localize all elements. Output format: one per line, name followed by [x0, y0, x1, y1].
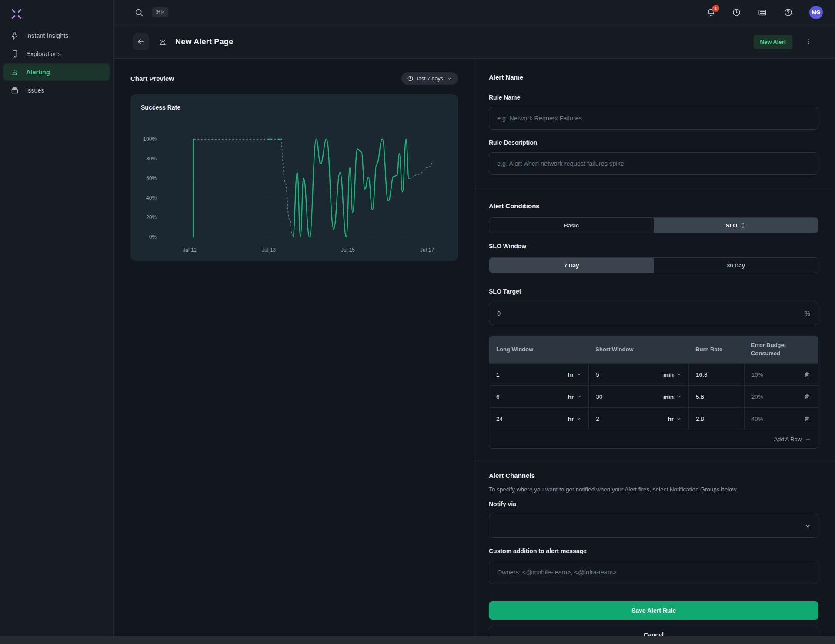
sidebar-item-instant-insights[interactable]: Instant Insights — [3, 27, 110, 44]
plus-icon — [805, 436, 811, 442]
chevron-down-icon — [805, 523, 811, 529]
save-alert-rule-button[interactable]: Save Alert Rule — [489, 601, 818, 620]
tab-7-day[interactable]: 7 Day — [489, 258, 654, 273]
notify-via-label: Notify via — [489, 501, 818, 507]
chevron-down-icon — [576, 394, 581, 399]
svg-text:Jul 11: Jul 11 — [183, 247, 196, 253]
chart-preview-title: Chart Preview — [130, 75, 174, 82]
svg-text:0%: 0% — [149, 234, 157, 240]
custom-addition-input[interactable] — [489, 561, 818, 584]
slo-window-label: SLO Window — [489, 243, 818, 250]
long-window-unit-dropdown[interactable]: hr — [568, 371, 582, 378]
burn-rate-table: Long WindowShort WindowBurn RateError Bu… — [489, 336, 818, 449]
alert-form-panel: Alert Name Rule Name Rule Description Al… — [474, 59, 835, 636]
sidebar-nav: Instant InsightsExplorationsAlertingIssu… — [0, 27, 113, 99]
delete-row-icon[interactable] — [803, 393, 811, 401]
table-row: 24hr 2hr 2.840% — [489, 407, 818, 430]
new-alert-button[interactable]: New Alert — [754, 35, 792, 49]
chart-preview-panel: Chart Preview last 7 days Success Rate 1… — [114, 59, 474, 636]
delete-row-icon[interactable] — [803, 415, 811, 423]
long-window-unit-dropdown[interactable]: hr — [568, 416, 582, 422]
burn-rate-value[interactable]: 5.6 — [696, 394, 704, 400]
help-icon[interactable] — [784, 8, 793, 17]
section-divider — [474, 460, 835, 460]
short-window-unit-dropdown[interactable]: min — [663, 394, 681, 400]
rule-description-label: Rule Description — [489, 139, 818, 146]
slo-window-toggle: 7 Day 30 Day — [489, 257, 818, 273]
svg-text:40%: 40% — [146, 195, 157, 201]
sidebar-item-label: Issues — [26, 87, 44, 94]
sidebar-item-label: Instant Insights — [26, 33, 69, 39]
notify-via-select[interactable] — [489, 514, 818, 538]
time-range-label: last 7 days — [417, 76, 443, 82]
starburst-logo-icon — [10, 7, 23, 21]
topbar: ⌘K 1 — [114, 0, 835, 25]
burn-rate-value[interactable]: 16.8 — [696, 371, 707, 378]
burn-rate-value[interactable]: 2.8 — [696, 416, 704, 422]
back-button[interactable] — [133, 33, 149, 50]
app-logo[interactable] — [0, 0, 113, 27]
app-window: Instant InsightsExplorationsAlertingIssu… — [0, 0, 835, 636]
slo-target-label: SLO Target — [489, 288, 818, 295]
notifications-bell-icon[interactable]: 1 — [706, 8, 715, 17]
sidebar-item-issues[interactable]: Issues — [3, 82, 110, 99]
sidebar: Instant InsightsExplorationsAlertingIssu… — [0, 0, 114, 636]
short-window-value[interactable]: 5 — [596, 371, 599, 378]
error-budget-value: 20% — [752, 394, 763, 400]
notification-count-badge: 1 — [712, 5, 719, 12]
tab-slo[interactable]: SLO — [654, 218, 818, 233]
rule-description-input[interactable] — [489, 152, 818, 175]
long-window-value[interactable]: 1 — [496, 371, 500, 378]
chevron-down-icon — [576, 372, 581, 377]
alert-page-icon — [158, 37, 167, 47]
phone-icon — [10, 50, 19, 58]
rule-name-input[interactable] — [489, 107, 818, 130]
history-clock-icon[interactable] — [732, 8, 741, 17]
short-window-unit-dropdown[interactable]: hr — [668, 416, 682, 422]
long-window-value[interactable]: 24 — [496, 416, 503, 422]
svg-text:Jul 17: Jul 17 — [420, 247, 434, 253]
search-shortcut-badge[interactable]: ⌘K — [152, 7, 168, 17]
column-header: Short Window — [588, 346, 688, 354]
keyboard-shortcuts-icon[interactable] — [758, 8, 767, 17]
long-window-unit-dropdown[interactable]: hr — [568, 394, 582, 400]
short-window-unit-dropdown[interactable]: min — [663, 371, 681, 378]
svg-text:80%: 80% — [146, 156, 157, 162]
tab-30-day[interactable]: 30 Day — [654, 258, 818, 273]
search-icon[interactable] — [134, 8, 144, 17]
svg-text:60%: 60% — [146, 175, 157, 181]
bottom-scrollbar-strip[interactable] — [0, 636, 835, 644]
column-header: Long Window — [489, 346, 588, 354]
alert-channels-description: To specify where you want to get notifie… — [489, 486, 818, 493]
user-avatar[interactable]: MG — [809, 6, 823, 19]
table-row: 6hr 30min 5.620% — [489, 385, 818, 407]
svg-text:20%: 20% — [146, 214, 157, 220]
more-options-icon[interactable] — [804, 37, 814, 47]
long-window-value[interactable]: 6 — [496, 394, 500, 400]
add-row-button[interactable]: Add A Row — [489, 430, 818, 448]
alarm-icon — [10, 68, 19, 77]
percent-unit-label: % — [805, 310, 810, 317]
clock-icon — [407, 75, 414, 82]
column-header: Burn Rate — [688, 346, 744, 354]
delete-row-icon[interactable] — [803, 370, 811, 379]
error-budget-value: 10% — [752, 371, 763, 378]
time-range-selector[interactable]: last 7 days — [401, 72, 458, 85]
custom-addition-label: Custom addition to alert message — [489, 547, 818, 554]
add-row-label: Add A Row — [774, 436, 802, 443]
page-title: New Alert Page — [175, 37, 233, 47]
slo-target-input[interactable] — [497, 310, 584, 317]
tab-slo-label: SLO — [726, 222, 738, 229]
chart-title: Success Rate — [141, 104, 448, 111]
archive-icon — [10, 86, 19, 95]
cancel-button[interactable]: Cancel — [489, 626, 818, 636]
sidebar-item-alerting[interactable]: Alerting — [3, 63, 110, 81]
short-window-value[interactable]: 30 — [596, 394, 602, 400]
info-icon — [740, 223, 746, 228]
sidebar-item-explorations[interactable]: Explorations — [3, 45, 110, 63]
short-window-value[interactable]: 2 — [596, 416, 599, 422]
success-rate-plot: 100%80%60%40%20%0%Jul 11Jul 13Jul 15Jul … — [141, 114, 448, 260]
chevron-down-icon — [576, 416, 581, 421]
svg-text:Jul 15: Jul 15 — [341, 247, 355, 253]
tab-basic[interactable]: Basic — [489, 218, 654, 233]
